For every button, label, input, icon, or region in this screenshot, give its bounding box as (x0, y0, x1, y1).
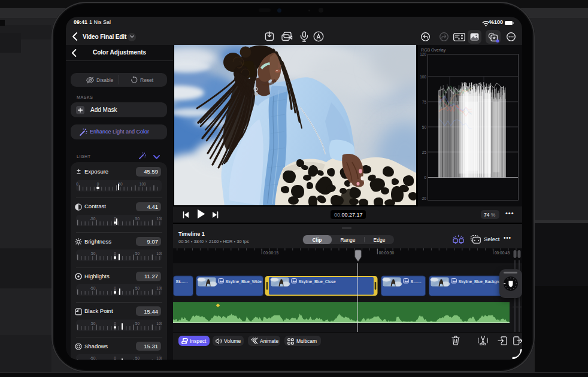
svg-text:Skyline_Blue_Backgroun: Skyline_Blue_Backgroun (459, 279, 505, 284)
svg-text:25: 25 (422, 150, 427, 154)
svg-text:0: 0 (424, 175, 426, 180)
svg-text:50: 50 (422, 125, 427, 129)
svg-text:75: 75 (422, 100, 427, 104)
svg-text:Skyline_Blue_Wide: Skyline_Blue_Wide (226, 279, 262, 284)
svg-text:120: 120 (420, 52, 426, 56)
svg-text:100: 100 (420, 75, 426, 79)
svg-text:Skyline_Blue_Close: Skyline_Blue_Close (299, 279, 336, 284)
svg-text:00:00:30: 00:00:30 (379, 251, 395, 255)
svg-text:-20: -20 (421, 196, 427, 200)
svg-text:00:00:45: 00:00:45 (495, 251, 510, 255)
svg-text:00:00:15: 00:00:15 (263, 251, 279, 255)
svg-text:Sk......: Sk...... (176, 279, 188, 284)
svg-text:S.......: S....... (411, 279, 422, 284)
